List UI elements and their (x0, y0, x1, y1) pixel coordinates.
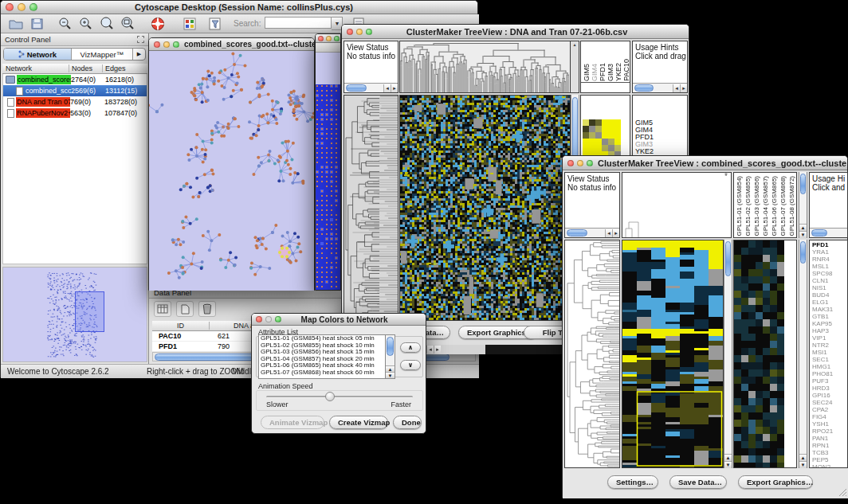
vscroll-thumb[interactable] (800, 241, 806, 264)
gene-label[interactable]: YRA1 (812, 248, 833, 256)
close-button[interactable] (318, 36, 324, 41)
search-combobox[interactable]: ▼ (265, 17, 343, 30)
gene-label[interactable]: HRD3 (812, 385, 833, 392)
column-dendrogram-canvas[interactable] (400, 41, 570, 92)
animation-speed-slider-thumb[interactable] (325, 392, 335, 401)
treeview2-labels-vscrollbar[interactable]: ▲▼ (799, 240, 807, 468)
minimize-button[interactable] (356, 29, 363, 35)
resize-grip[interactable] (838, 487, 847, 497)
zoom-fit-icon[interactable] (117, 15, 138, 33)
gene-label[interactable]: KAP95 (812, 320, 833, 327)
vscroll-thumb[interactable] (725, 241, 731, 276)
zoom-button[interactable] (29, 3, 37, 11)
gene-label[interactable]: SEC1 (812, 356, 833, 363)
zoom-in-icon[interactable] (76, 15, 96, 33)
save-data-button[interactable]: Save Data… (669, 475, 727, 489)
gene-label[interactable]: GPI16 (812, 392, 833, 399)
scroll-down-icon[interactable]: ▼ (724, 461, 732, 468)
treeview2-titlebar[interactable]: ClusterMaker TreeView : combined_scores_… (563, 156, 847, 170)
gene-label[interactable]: TCB3 (812, 449, 833, 456)
treeview1-titlebar[interactable]: ClusterMaker TreeView : DNA and Tran 07-… (342, 25, 689, 39)
scroll-up-icon[interactable]: ▲ (799, 224, 807, 231)
network-tree-row[interactable]: DNA and Tran 07769(0)183728(0) (3, 96, 147, 107)
scroll-up-icon[interactable]: ▲ (799, 454, 807, 461)
zoom-button[interactable] (173, 41, 179, 48)
delete-attribute-icon[interactable] (198, 301, 216, 317)
vscroll-thumb[interactable] (800, 174, 806, 194)
done-button[interactable]: Done (393, 416, 422, 429)
zoom-button[interactable] (366, 29, 372, 35)
gene-label[interactable]: NIS1 (812, 284, 833, 291)
move-up-button[interactable]: ∧ (400, 342, 421, 353)
expression-heatmap-canvas[interactable] (622, 240, 723, 468)
scroll-down-icon[interactable]: ▼ (799, 231, 807, 238)
gene-label[interactable]: BUD4 (812, 291, 833, 299)
zoom-button[interactable] (587, 160, 593, 166)
scroll-left-icon[interactable]: ◂ (605, 229, 612, 237)
animation-speed-slider-track[interactable] (266, 396, 413, 398)
network-overview-canvas[interactable] (2, 267, 147, 362)
float-panel-icon[interactable] (137, 36, 144, 43)
open-file-icon[interactable] (6, 15, 26, 33)
expression-heatmap-canvas[interactable] (400, 96, 570, 320)
vizmapper-icon[interactable] (179, 15, 200, 33)
gene-label[interactable]: RPO21 (812, 428, 833, 435)
export-graphics-button[interactable]: Export Graphics… (738, 475, 813, 489)
hscroll-thumb[interactable] (634, 84, 654, 92)
move-down-button[interactable]: ∨ (400, 360, 421, 370)
scroll-right-icon[interactable]: ▸ (680, 84, 687, 92)
gene-label[interactable]: SPC98 (812, 270, 833, 277)
zoom-selected-icon[interactable] (96, 15, 117, 33)
animate-vizmap-button[interactable]: Animate Vizmap (261, 416, 324, 429)
scroll-up-icon[interactable]: ▲ (386, 365, 395, 372)
gene-label[interactable]: MSI1 (812, 349, 833, 356)
main-titlebar[interactable]: Cytoscape Desktop (Session Name: collins… (1, 1, 477, 14)
gene-label[interactable]: CPA2 (812, 406, 833, 413)
scroll-right-icon[interactable]: ▸ (434, 346, 441, 354)
zoom-button[interactable] (334, 36, 340, 41)
treeview1-mini-scroll-strip[interactable]: ▴ (571, 41, 579, 93)
scroll-down-icon[interactable]: ▼ (799, 461, 807, 468)
gene-label[interactable]: HAP3 (812, 327, 833, 334)
attribute-option[interactable]: GPL51-07 (GSM868) heat shock 60 min (259, 369, 395, 377)
gene-label[interactable]: PAN1 (812, 435, 833, 442)
view-status-hscrollbar[interactable]: ◂▸ (565, 228, 619, 237)
scroll-left-icon[interactable]: ◂ (426, 346, 434, 354)
scroll-up-icon[interactable]: ▲ (724, 454, 732, 461)
treeview2-heatmap-vscrollbar[interactable]: ▲▼ (724, 240, 732, 468)
settings-button[interactable]: Settings… (607, 475, 658, 489)
gene-label[interactable]: PUF3 (812, 377, 833, 385)
column-dendrogram-canvas[interactable] (622, 173, 731, 237)
row-dendrogram-canvas[interactable] (344, 96, 398, 320)
zoom-button[interactable] (275, 316, 281, 322)
network-tree-row[interactable]: combined_scores2764(0)16218(0) (3, 74, 147, 85)
help-ring-icon[interactable] (147, 15, 168, 33)
minimize-button[interactable] (577, 160, 583, 166)
gene-label[interactable]: PFD1 (812, 241, 833, 248)
dialog-titlebar[interactable]: Map Colors to Network (252, 314, 426, 326)
vscroll-thumb[interactable] (387, 337, 394, 356)
save-icon[interactable] (26, 15, 47, 33)
row-dendrogram-canvas[interactable] (565, 240, 619, 467)
view-status-hscrollbar[interactable]: ◂▸ (344, 83, 398, 92)
select-attributes-icon[interactable] (154, 301, 171, 317)
close-button[interactable] (256, 316, 262, 322)
network-canvas[interactable] (149, 51, 314, 291)
close-button[interactable] (154, 41, 160, 48)
network-view-titlebar[interactable]: combined_scores_good.txt--cluste... (149, 38, 314, 51)
gene-label[interactable]: SEC24 (812, 399, 833, 406)
network-tree-row[interactable]: combined_sco2569(6)13112(15) (3, 85, 147, 96)
gene-label[interactable]: HMG1 (812, 363, 833, 370)
gene-label[interactable]: FIG4 (812, 413, 833, 420)
gene-label[interactable]: VIP1 (812, 334, 833, 342)
gene-label[interactable]: MAK31 (812, 306, 833, 313)
scroll-left-icon[interactable]: ◂ (673, 84, 680, 92)
close-button[interactable] (6, 3, 14, 11)
hscroll-thumb[interactable] (567, 229, 587, 236)
treeview2-top-vscrollbar[interactable]: ▲▼ (799, 172, 807, 238)
create-vizmap-button[interactable]: Create Vizmap (329, 416, 388, 429)
gene-label[interactable]: YSH1 (812, 420, 833, 428)
gene-label[interactable]: NTR2 (812, 342, 833, 349)
gene-label[interactable]: MSL1 (812, 263, 833, 270)
zoom-heatmap-canvas[interactable] (734, 240, 784, 468)
